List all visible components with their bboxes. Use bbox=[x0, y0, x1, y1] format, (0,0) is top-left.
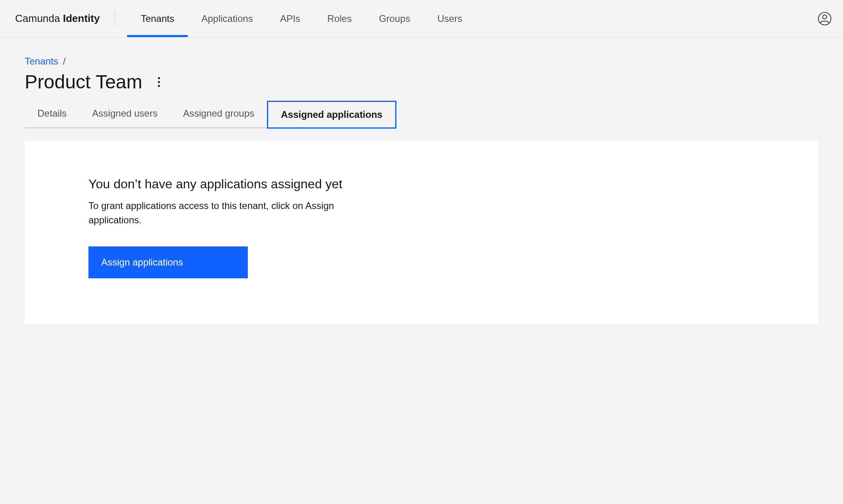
overflow-menu-icon bbox=[157, 77, 161, 87]
tab-assigned-users[interactable]: Assigned users bbox=[79, 101, 170, 128]
empty-state-description: To grant applications access to this ten… bbox=[88, 199, 383, 227]
page-title: Product Team bbox=[25, 71, 142, 93]
empty-state-title: You don’t have any applications assigned… bbox=[88, 177, 755, 191]
user-menu[interactable] bbox=[816, 10, 833, 27]
page-title-row: Product Team bbox=[25, 71, 818, 93]
overflow-menu[interactable] bbox=[154, 74, 164, 90]
content: Tenants / Product Team Details Assigned … bbox=[0, 37, 843, 324]
brand-name: Identity bbox=[63, 12, 100, 24]
brand-prefix: Camunda bbox=[15, 12, 63, 24]
user-avatar-icon bbox=[818, 12, 832, 26]
svg-point-4 bbox=[158, 85, 160, 87]
svg-point-2 bbox=[158, 77, 160, 79]
svg-point-1 bbox=[823, 15, 827, 19]
tab-assigned-applications[interactable]: Assigned applications bbox=[267, 101, 396, 129]
header-right bbox=[816, 10, 843, 27]
tab-details[interactable]: Details bbox=[25, 101, 79, 128]
content-card: You don’t have any applications assigned… bbox=[25, 141, 818, 324]
breadcrumb: Tenants / bbox=[25, 56, 818, 67]
tab-assigned-groups[interactable]: Assigned groups bbox=[170, 101, 267, 128]
nav-tenants[interactable]: Tenants bbox=[127, 0, 188, 37]
nav-groups[interactable]: Groups bbox=[365, 0, 424, 37]
primary-nav: Tenants Applications APIs Roles Groups U… bbox=[127, 0, 816, 37]
nav-roles[interactable]: Roles bbox=[314, 0, 365, 37]
nav-apis[interactable]: APIs bbox=[267, 0, 314, 37]
svg-point-3 bbox=[158, 81, 160, 83]
brand: Camunda Identity bbox=[0, 12, 115, 25]
nav-applications[interactable]: Applications bbox=[188, 0, 266, 37]
breadcrumb-tenants-link[interactable]: Tenants bbox=[25, 56, 58, 67]
top-header: Camunda Identity Tenants Applications AP… bbox=[0, 0, 843, 37]
breadcrumb-separator: / bbox=[63, 56, 66, 67]
tabs: Details Assigned users Assigned groups A… bbox=[25, 101, 818, 128]
nav-users[interactable]: Users bbox=[424, 0, 476, 37]
assign-applications-button[interactable]: Assign applications bbox=[88, 246, 248, 278]
divider bbox=[115, 11, 115, 27]
